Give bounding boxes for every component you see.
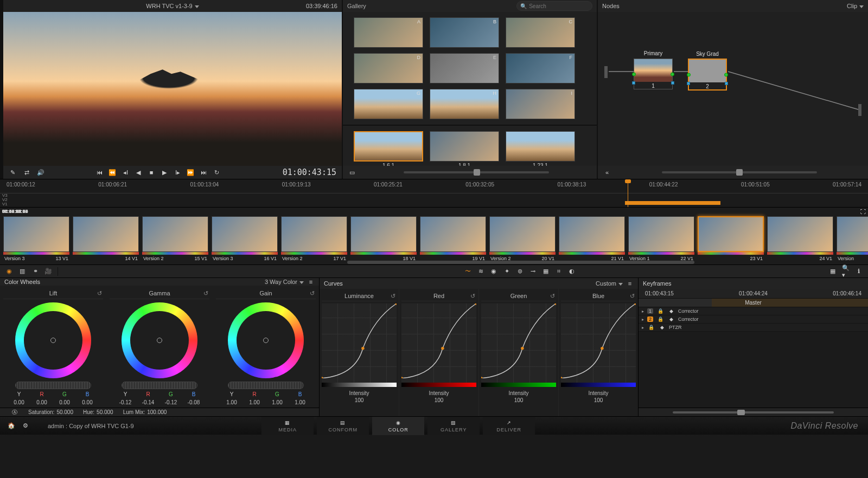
reset-icon[interactable]: ↺ <box>391 293 395 300</box>
nodes-zoom-slider[interactable] <box>736 169 743 176</box>
gallery-preset[interactable]: F <box>506 53 575 83</box>
gallery-search-input[interactable] <box>529 3 589 9</box>
clip-thumbnail[interactable]: 16:11 Version 313 V1 <box>3 208 69 262</box>
gallery-still[interactable] <box>430 131 499 162</box>
intensity-ramp[interactable] <box>322 383 397 387</box>
color-wheel-gamma[interactable] <box>122 302 197 378</box>
play-reverse-icon[interactable]: ◀ <box>135 169 142 176</box>
expand-icon[interactable]: ⛶ <box>860 209 866 215</box>
mute-icon[interactable]: 🔊 <box>37 169 44 176</box>
clip-thumbnail[interactable]: 03:39:46:16 24 V1 <box>767 208 833 262</box>
hue-value[interactable]: 50.000 <box>97 409 113 415</box>
lum-mix-value[interactable]: 100.000 <box>147 409 167 415</box>
kf-diamond-icon[interactable]: ◆ <box>658 324 666 331</box>
clip-thumbnail[interactable]: 03:47:41:03 Version 316 V1 <box>212 208 278 262</box>
timeline-name-dropdown[interactable]: WRH TVC v1-3-9 <box>146 3 199 9</box>
last-frame-icon[interactable]: ⏭ <box>200 169 207 176</box>
playhead[interactable] <box>628 180 628 207</box>
log-wheels-icon[interactable]: ⚭ <box>31 268 39 275</box>
grid-view-icon[interactable]: ▦ <box>829 268 837 275</box>
curve-green[interactable] <box>481 303 556 383</box>
kf-track-row[interactable]: ▸ 🔒 ◆ PTZR <box>639 324 868 332</box>
nodes-expand-icon[interactable]: « <box>603 169 611 176</box>
node-sky-grad[interactable]: Sky Grad 2 <box>688 59 727 91</box>
curve-red[interactable] <box>401 303 476 383</box>
reset-icon[interactable]: ↺ <box>630 293 635 300</box>
clip-thumbnail[interactable]: 04:04:51:17 Version 122 V1 <box>628 208 694 262</box>
first-frame-icon[interactable]: ⏮ <box>95 169 103 176</box>
page-tab-color[interactable]: ◉COLOR <box>372 417 424 435</box>
gallery-preset[interactable]: I <box>506 89 575 119</box>
master-wheel-gain[interactable] <box>228 382 304 389</box>
kf-diamond-icon[interactable]: ◆ <box>667 307 675 315</box>
info-icon[interactable]: ℹ <box>855 268 863 275</box>
master-wheel-gamma[interactable] <box>122 382 197 389</box>
saturation-value[interactable]: 50.000 <box>56 409 73 415</box>
forward-fast-icon[interactable]: ⏩ <box>187 169 194 176</box>
clip-thumbnail[interactable]: 03:58:37:09 Version 220 V1 <box>489 208 556 262</box>
nodes-mode-dropdown[interactable]: Clip <box>847 3 864 9</box>
gallery-preset[interactable]: D <box>354 53 423 83</box>
reset-icon[interactable]: ↺ <box>203 290 208 297</box>
prev-frame-icon[interactable]: ◂Ⅰ <box>122 169 129 176</box>
gallery-preset[interactable]: H <box>430 89 499 119</box>
play-icon[interactable]: ▶ <box>161 169 168 176</box>
auto-balance-icon[interactable]: Ⓐ <box>11 409 18 416</box>
lock-icon[interactable]: 🔒 <box>647 324 655 331</box>
node-primary[interactable]: Primary 1 <box>634 59 673 89</box>
color-wheels-tab-icon[interactable]: ◉ <box>5 268 13 275</box>
search-tool-icon[interactable]: 🔍▾ <box>842 268 850 275</box>
home-icon[interactable]: 🏠 <box>8 422 15 430</box>
viewer-timecode[interactable]: 01:00:43:15 <box>283 167 336 177</box>
project-settings-icon[interactable]: ⚙ <box>22 422 29 430</box>
gallery-preset[interactable]: A <box>354 17 423 48</box>
gallery-zoom-slider[interactable] <box>474 169 480 176</box>
keyframe-area[interactable] <box>639 332 868 408</box>
key-icon[interactable]: ▦ <box>542 268 550 275</box>
clip-thumbnail[interactable]: 05:25:17:06 Version <box>837 208 868 262</box>
reset-icon[interactable]: ↺ <box>97 290 102 297</box>
gallery-preset[interactable]: C <box>506 17 575 48</box>
disclosure-icon[interactable]: ▸ <box>642 309 644 314</box>
blur-icon[interactable]: ⊸ <box>529 268 537 275</box>
kf-diamond-icon[interactable]: ◆ <box>667 315 675 323</box>
gallery-list-view-icon[interactable]: ▭ <box>348 169 356 176</box>
page-tab-conform[interactable]: ▤CONFORM <box>317 417 369 435</box>
image-wipe-icon[interactable]: ✎ <box>9 169 16 176</box>
disclosure-icon[interactable]: ▸ <box>642 325 644 330</box>
intensity-ramp[interactable] <box>401 383 476 387</box>
primary-bars-icon[interactable]: ▥ <box>18 268 26 275</box>
viewer-canvas[interactable] <box>3 12 342 166</box>
gallery-still[interactable] <box>354 131 423 162</box>
clip-thumbnail[interactable]: 03:49:52:17 19 V1 <box>420 208 486 262</box>
intensity-ramp[interactable] <box>561 383 636 387</box>
clip-thumbnail[interactable]: 04:09:32:06 Version 217 V1 <box>281 208 347 262</box>
reset-icon[interactable]: ↺ <box>470 293 475 300</box>
camera-raw-icon[interactable]: 🎥 <box>44 268 52 275</box>
reset-icon[interactable]: ↺ <box>310 290 315 297</box>
gallery-search[interactable]: 🔍 <box>516 1 592 11</box>
tracker-icon[interactable]: ⊚ <box>516 268 524 275</box>
gallery-preset[interactable]: G <box>354 89 423 119</box>
clip-thumbnail[interactable]: 04:02:55:10 ⛶ Version 215 V1 <box>142 208 208 262</box>
curve-blue[interactable] <box>561 303 636 383</box>
intensity-ramp[interactable] <box>481 383 556 387</box>
clip-thumbnail[interactable]: 04:08:56:10 21 V1 <box>559 208 625 262</box>
window-icon[interactable]: ✦ <box>503 268 510 275</box>
kf-master-track[interactable]: Master <box>639 299 868 307</box>
custom-curves-icon[interactable]: 〜 <box>464 268 471 275</box>
curves-menu-icon[interactable]: ≡ <box>626 280 634 287</box>
clip-thumbnail[interactable]: 04:03:15:23 23 V1 <box>698 208 764 262</box>
curves-mode-dropdown[interactable]: Custom <box>596 280 623 287</box>
hue-vs-hue-icon[interactable]: ≋ <box>477 268 484 275</box>
gallery-preset[interactable]: E <box>430 53 499 83</box>
page-tab-media[interactable]: ▦MEDIA <box>261 417 314 435</box>
gallery-preset[interactable]: B <box>430 17 499 48</box>
master-wheel-lift[interactable] <box>15 382 91 389</box>
clip-thumbnail[interactable]: 05:18:03:22 14 V1 <box>73 208 139 262</box>
lock-icon[interactable]: 🔒 <box>656 307 664 315</box>
gallery-still[interactable] <box>506 131 575 162</box>
stop-icon[interactable]: ■ <box>148 169 155 176</box>
kf-zoom-slider[interactable] <box>673 411 833 414</box>
mini-timeline[interactable]: 01:00:00:1201:00:06:21 01:00:13:0401:00:… <box>0 179 868 207</box>
